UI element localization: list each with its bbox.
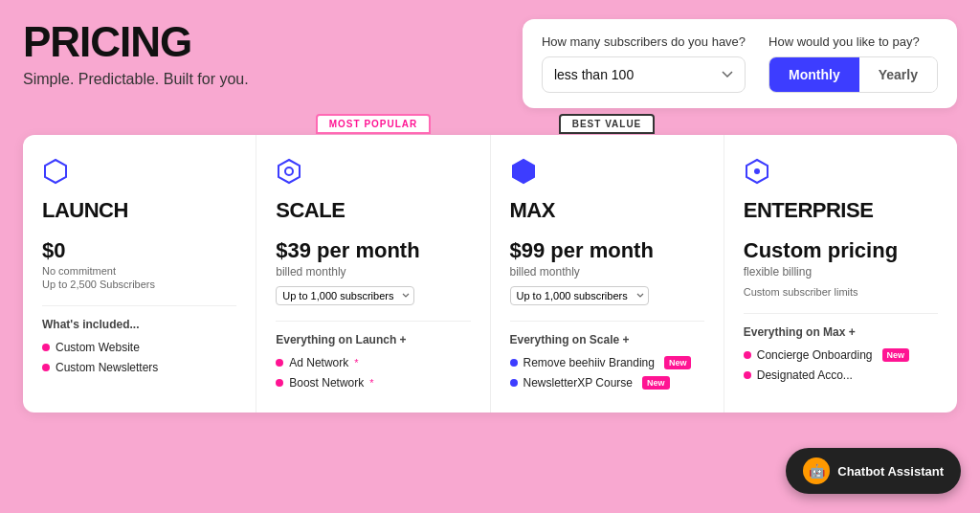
chatbot-icon: 🤖	[803, 457, 830, 484]
dot-icon	[42, 364, 50, 371]
feature-text: Custom Website	[56, 341, 140, 354]
max-icon	[510, 158, 704, 190]
launch-icon	[42, 158, 236, 190]
monthly-button[interactable]: Monthly	[769, 57, 859, 92]
scale-subscribers: Up to 1,000 subscribers Up to 2,500 subs…	[276, 286, 470, 305]
feature-text: Ad Network	[289, 356, 348, 369]
svg-point-2	[285, 167, 293, 175]
dot-icon	[510, 379, 518, 387]
svg-marker-0	[45, 160, 66, 183]
most-popular-badge: MOST POPULAR	[316, 114, 432, 134]
max-billing: billed monthly	[510, 265, 704, 279]
plan-enterprise: ENTERPRISE Custom pricing flexible billi…	[724, 135, 957, 413]
list-item: Boost Network *	[276, 376, 470, 390]
list-item: NewsletterXP Course New	[510, 376, 704, 390]
payment-config-box: How many subscribers do you have? less t…	[523, 19, 957, 108]
scale-name: SCALE	[276, 198, 470, 223]
launch-name: LAUNCH	[42, 198, 236, 223]
dot-icon	[510, 359, 518, 367]
plan-scale: SCALE $39 per month billed monthly Up to…	[256, 135, 490, 413]
list-item: Custom Website	[42, 341, 236, 354]
launch-no-commitment: No commitment	[42, 265, 236, 277]
launch-subscribers: Up to 2,500 Subscribers	[42, 279, 236, 290]
chatbot-label: Chatbot Assistant	[837, 464, 944, 479]
plans-wrapper: MOST POPULAR BEST VALUE LAUNCH $0 No com…	[23, 135, 957, 413]
billing-toggle: Monthly Yearly	[768, 56, 938, 93]
dot-icon	[42, 344, 50, 351]
enterprise-icon	[744, 158, 938, 190]
best-value-badge: BEST VALUE	[559, 114, 656, 134]
subscribers-select[interactable]: less than 100 100-500 500-1000 1000-5000	[542, 56, 746, 93]
new-badge: New	[882, 348, 910, 362]
dot-icon	[744, 351, 751, 359]
header-section: PRICING Simple. Predictable. Built for y…	[23, 19, 957, 108]
new-badge: New	[664, 356, 692, 369]
scale-billing: billed monthly	[276, 265, 470, 279]
plan-max: MAX $99 per month billed monthly Up to 1…	[491, 135, 724, 413]
enterprise-feature-list: Concierge Onboarding New Designated Acco…	[744, 348, 938, 382]
enterprise-name: ENTERPRISE	[744, 198, 938, 223]
feature-text: Custom Newsletters	[56, 361, 158, 374]
launch-price: $0	[42, 238, 236, 263]
feature-text: Concierge Onboarding	[757, 348, 873, 362]
max-sub-select[interactable]: Up to 1,000 subscribers Up to 2,500 subs…	[510, 286, 649, 305]
feature-text: NewsletterXP Course	[523, 376, 634, 390]
max-feature-list: Remove beehiiv Branding New NewsletterXP…	[510, 356, 704, 390]
new-badge: New	[642, 376, 670, 390]
best-value-badge-container: BEST VALUE	[490, 114, 724, 134]
max-name: MAX	[510, 198, 704, 223]
feature-text: Boost Network	[289, 376, 364, 390]
subscribers-group: How many subscribers do you have? less t…	[542, 34, 746, 93]
most-popular-badge-container: MOST POPULAR	[256, 114, 490, 134]
dot-icon	[276, 359, 283, 367]
list-item: Custom Newsletters	[42, 361, 236, 374]
enterprise-billing: flexible billing	[744, 265, 938, 279]
badge-row: MOST POPULAR BEST VALUE	[23, 114, 957, 134]
scale-sub-select[interactable]: Up to 1,000 subscribers Up to 2,500 subs…	[276, 286, 414, 305]
launch-feature-list: Custom Website Custom Newsletters	[42, 341, 236, 374]
page-subtitle: Simple. Predictable. Built for you.	[23, 71, 249, 88]
billing-group: How would you like to pay? Monthly Yearl…	[768, 34, 938, 93]
max-whats-included: Everything on Scale +	[510, 333, 704, 346]
scale-feature-list: Ad Network * Boost Network *	[276, 356, 470, 390]
dot-icon	[744, 371, 751, 379]
title-block: PRICING Simple. Predictable. Built for y…	[23, 19, 249, 88]
enterprise-subscribers: Custom subscriber limits	[744, 286, 938, 298]
page-title: PRICING	[23, 19, 249, 65]
chatbot-assistant[interactable]: 🤖 Chatbot Assistant	[786, 448, 961, 494]
list-item: Remove beehiiv Branding New	[510, 356, 704, 369]
scale-icon	[276, 158, 470, 190]
scale-whats-included: Everything on Launch +	[276, 333, 470, 346]
svg-marker-3	[513, 160, 534, 183]
enterprise-whats-included: Everything on Max +	[744, 325, 938, 339]
list-item: Concierge Onboarding New	[744, 348, 938, 362]
billing-label: How would you like to pay?	[768, 34, 938, 49]
yearly-button[interactable]: Yearly	[859, 57, 937, 92]
list-item: Designated Acco...	[744, 368, 938, 382]
scale-price: $39 per month	[276, 238, 470, 263]
dot-icon	[276, 379, 283, 387]
plans-container: LAUNCH $0 No commitment Up to 2,500 Subs…	[23, 135, 957, 413]
plan-launch: LAUNCH $0 No commitment Up to 2,500 Subs…	[23, 135, 256, 413]
feature-text: Remove beehiiv Branding	[523, 356, 655, 369]
feature-text: Designated Acco...	[757, 368, 853, 382]
asterisk-icon: *	[354, 357, 358, 368]
launch-whats-included: What's included...	[42, 318, 236, 331]
list-item: Ad Network *	[276, 356, 470, 369]
asterisk-icon: *	[369, 377, 373, 389]
enterprise-price: Custom pricing	[744, 238, 938, 263]
max-price: $99 per month	[510, 238, 704, 263]
svg-point-5	[754, 168, 760, 174]
max-subscribers: Up to 1,000 subscribers Up to 2,500 subs…	[510, 286, 704, 305]
svg-marker-1	[278, 160, 300, 183]
subscribers-label: How many subscribers do you have?	[542, 34, 746, 49]
